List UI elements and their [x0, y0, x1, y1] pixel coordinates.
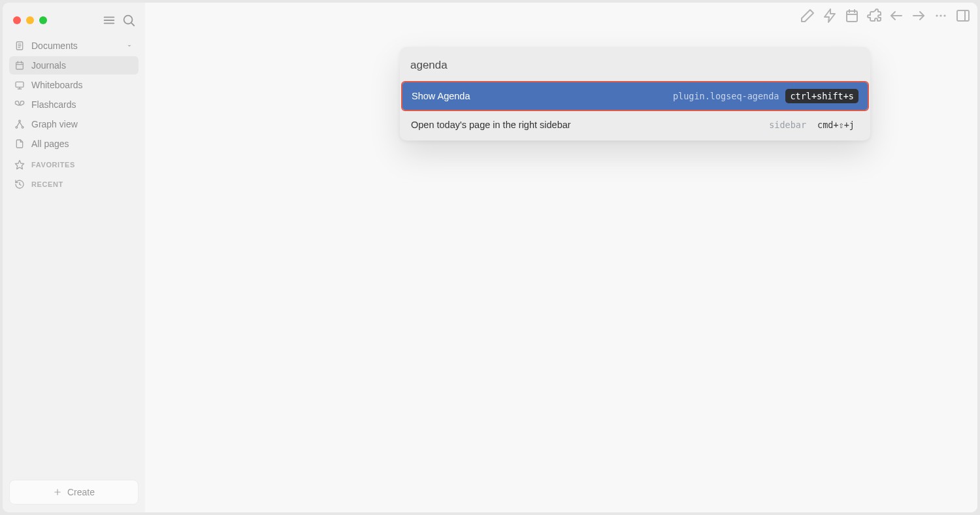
- section-label: RECENT: [31, 180, 63, 188]
- menu-icon[interactable]: [102, 13, 116, 27]
- svg-line-4: [131, 23, 134, 25]
- svg-line-19: [17, 122, 20, 127]
- history-icon: [14, 179, 25, 190]
- pages-icon: [14, 139, 25, 149]
- infinity-icon: [14, 99, 25, 110]
- sidebar-item-graph-view[interactable]: Graph view: [9, 115, 139, 133]
- sidebar-item-label: Documents: [31, 41, 78, 51]
- svg-rect-9: [16, 62, 24, 69]
- command-palette-input[interactable]: [400, 47, 870, 81]
- sidebar: Documents Journals Whiteboards: [3, 3, 145, 512]
- sidebar-item-all-pages[interactable]: All pages: [9, 135, 139, 153]
- section-label: FAVORITES: [31, 161, 75, 169]
- result-title: Open today's page in the right sidebar: [411, 120, 571, 130]
- close-window-button[interactable]: [13, 16, 21, 24]
- result-shortcut: cmd+⇧+j: [813, 118, 859, 132]
- command-palette: Show Agenda plugin.logseq-agenda ctrl+sh…: [400, 47, 870, 141]
- maximize-window-button[interactable]: [39, 16, 47, 24]
- app-window: Documents Journals Whiteboards: [3, 3, 977, 512]
- search-icon[interactable]: [122, 13, 136, 27]
- window-controls: [9, 9, 139, 37]
- result-source: sidebar: [769, 120, 806, 130]
- command-result[interactable]: Show Agenda plugin.logseq-agenda ctrl+sh…: [402, 82, 868, 110]
- result-source: plugin.logseq-agenda: [673, 91, 779, 101]
- sidebar-item-label: Flashcards: [31, 99, 76, 110]
- star-icon: [14, 159, 25, 170]
- sidebar-item-label: Journals: [31, 60, 66, 71]
- sidebar-item-label: Whiteboards: [31, 80, 83, 90]
- sidebar-item-label: All pages: [31, 139, 69, 149]
- plus-icon: [53, 488, 62, 497]
- svg-line-20: [20, 122, 22, 127]
- command-result-list: Show Agenda plugin.logseq-agenda ctrl+sh…: [400, 82, 870, 141]
- create-button[interactable]: Create: [9, 480, 139, 505]
- create-label: Create: [67, 487, 95, 497]
- main-area: Show Agenda plugin.logseq-agenda ctrl+sh…: [145, 3, 977, 512]
- result-title: Show Agenda: [412, 91, 470, 101]
- favorites-section[interactable]: FAVORITES: [9, 153, 139, 173]
- recent-section[interactable]: RECENT: [9, 173, 139, 192]
- command-palette-overlay: Show Agenda plugin.logseq-agenda ctrl+sh…: [145, 3, 977, 512]
- command-result[interactable]: Open today's page in the right sidebar s…: [402, 111, 868, 139]
- svg-marker-21: [15, 160, 24, 169]
- calendar-icon: [14, 60, 25, 71]
- sidebar-item-label: Graph view: [31, 119, 78, 129]
- graph-icon: [14, 119, 25, 129]
- svg-line-23: [20, 184, 21, 185]
- svg-rect-13: [16, 82, 24, 87]
- documents-icon: [14, 41, 25, 51]
- sidebar-item-flashcards[interactable]: Flashcards: [9, 95, 139, 114]
- sidebar-item-journals[interactable]: Journals: [9, 56, 139, 75]
- chevron-down-icon: [125, 42, 133, 50]
- sidebar-item-documents[interactable]: Documents: [9, 37, 139, 55]
- result-shortcut: ctrl+shift+s: [785, 89, 858, 103]
- nav-list: Documents Journals Whiteboards: [9, 37, 139, 153]
- whiteboard-icon: [14, 80, 25, 90]
- sidebar-item-whiteboards[interactable]: Whiteboards: [9, 76, 139, 94]
- minimize-window-button[interactable]: [26, 16, 34, 24]
